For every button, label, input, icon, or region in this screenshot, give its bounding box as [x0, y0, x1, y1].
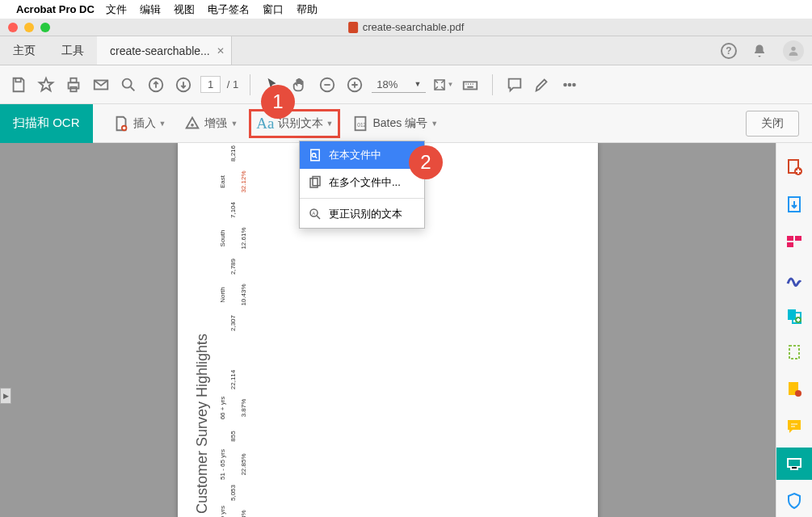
tab-close-icon[interactable]: ✕	[217, 45, 225, 57]
doc-title: 2014 Customer Survey Highlights	[194, 334, 211, 517]
menu-help[interactable]: 帮助	[297, 2, 318, 17]
help-icon[interactable]: ?	[720, 42, 738, 60]
rp-combine-icon[interactable]	[776, 300, 813, 332]
dropdown-multiple-files[interactable]: 在多个文件中...	[300, 169, 424, 196]
page-indicator: 1 / 1	[200, 78, 238, 90]
maximize-window-icon[interactable]	[40, 23, 50, 32]
rp-note-icon[interactable]	[776, 410, 813, 443]
svg-text:012: 012	[358, 121, 367, 127]
svg-rect-37	[788, 459, 801, 467]
close-button[interactable]: 关闭	[746, 111, 799, 137]
zoom-in-icon[interactable]	[344, 74, 365, 95]
more-icon[interactable]	[559, 74, 580, 95]
close-window-icon[interactable]	[8, 23, 18, 32]
scan-toolbar: 扫描和 OCR 插入▼ 增强▼ Aa 识别文本▼ 012 Bates 编号▼ 关…	[0, 104, 812, 143]
svg-rect-30	[787, 242, 793, 247]
svg-point-16	[191, 124, 195, 127]
hand-icon[interactable]	[289, 74, 310, 95]
enhance-button[interactable]: 增强▼	[177, 111, 244, 137]
pdf-icon	[348, 22, 358, 33]
svg-point-0	[791, 46, 795, 50]
page-up-icon[interactable]	[145, 74, 166, 95]
keyboard-icon[interactable]	[460, 74, 481, 95]
annotation-1: 1	[261, 85, 295, 119]
dropdown-in-this-file[interactable]: 在本文件中	[300, 141, 424, 169]
scan-ocr-label: 扫描和 OCR	[0, 104, 93, 143]
minimize-window-icon[interactable]	[24, 23, 34, 32]
app-name[interactable]: Acrobat Pro DC	[16, 3, 95, 15]
recognize-text-button[interactable]: Aa 识别文本▼	[249, 109, 340, 138]
rp-organize-icon[interactable]	[776, 225, 813, 258]
svg-point-14	[573, 83, 575, 86]
svg-point-13	[569, 83, 571, 86]
zoom-out-icon[interactable]	[317, 74, 338, 95]
account-avatar[interactable]	[783, 40, 804, 61]
rp-scan-ocr-icon[interactable]	[776, 448, 813, 480]
insert-button[interactable]: 插入▼	[106, 111, 173, 137]
page-total: 1	[233, 78, 238, 90]
window-title: create-searchable.pdf	[363, 21, 465, 33]
notifications-icon[interactable]	[751, 42, 768, 60]
window-titlebar: create-searchable.pdf	[0, 19, 812, 36]
menu-edit[interactable]: 编辑	[140, 2, 161, 17]
right-tools-panel	[776, 143, 812, 517]
svg-rect-28	[787, 236, 793, 241]
star-icon[interactable]	[36, 74, 57, 95]
rp-protect-icon[interactable]	[776, 485, 813, 517]
svg-rect-29	[795, 236, 801, 241]
rp-create-pdf-icon[interactable]	[776, 151, 813, 183]
tab-file-label: create-searchable...	[110, 44, 210, 57]
recognize-dropdown: 在本文件中 在多个文件中... A 更正识别的文本	[299, 141, 425, 229]
svg-point-12	[564, 83, 566, 86]
svg-point-5	[123, 78, 132, 87]
menu-esign[interactable]: 电子签名	[208, 2, 250, 17]
svg-rect-11	[464, 82, 478, 89]
dropdown-correct-text[interactable]: A 更正识别的文本	[300, 200, 424, 228]
rp-measure-icon[interactable]	[776, 337, 813, 369]
svg-point-36	[795, 390, 801, 397]
fit-icon[interactable]: ▼	[432, 74, 453, 95]
zoom-select[interactable]: 18%▼	[372, 77, 426, 93]
mail-icon[interactable]	[90, 74, 111, 95]
macos-menubar: Acrobat Pro DC 文件 编辑 视图 电子签名 窗口 帮助	[0, 0, 812, 19]
menu-view[interactable]: 视图	[174, 2, 195, 17]
comment-icon[interactable]	[504, 74, 525, 95]
svg-rect-2	[70, 78, 76, 82]
tab-file[interactable]: create-searchable... ✕	[97, 36, 232, 65]
tab-home[interactable]: 主页	[0, 36, 48, 65]
menu-window[interactable]: 窗口	[263, 2, 284, 17]
svg-text:A: A	[312, 211, 315, 216]
save-icon[interactable]	[8, 74, 29, 95]
bates-button[interactable]: 012 Bates 编号▼	[345, 111, 444, 137]
rp-sign-icon[interactable]	[776, 263, 813, 295]
page-current[interactable]: 1	[200, 76, 221, 93]
annotation-2: 2	[409, 145, 443, 179]
rp-export-icon[interactable]	[776, 188, 813, 221]
svg-rect-34	[789, 346, 799, 359]
main-toolbar: 1 / 1 18%▼ ▼	[0, 65, 812, 104]
rp-stamp-icon[interactable]	[776, 373, 813, 406]
print-icon[interactable]	[63, 74, 84, 95]
highlight-icon[interactable]	[532, 74, 553, 95]
side-panel-handle[interactable]: ▶	[0, 388, 11, 404]
page-down-icon[interactable]	[173, 74, 194, 95]
tab-tools[interactable]: 工具	[48, 36, 97, 65]
search-icon[interactable]	[118, 74, 139, 95]
tabs-row: 主页 工具 create-searchable... ✕ ?	[0, 36, 812, 65]
menu-file[interactable]: 文件	[106, 2, 127, 17]
